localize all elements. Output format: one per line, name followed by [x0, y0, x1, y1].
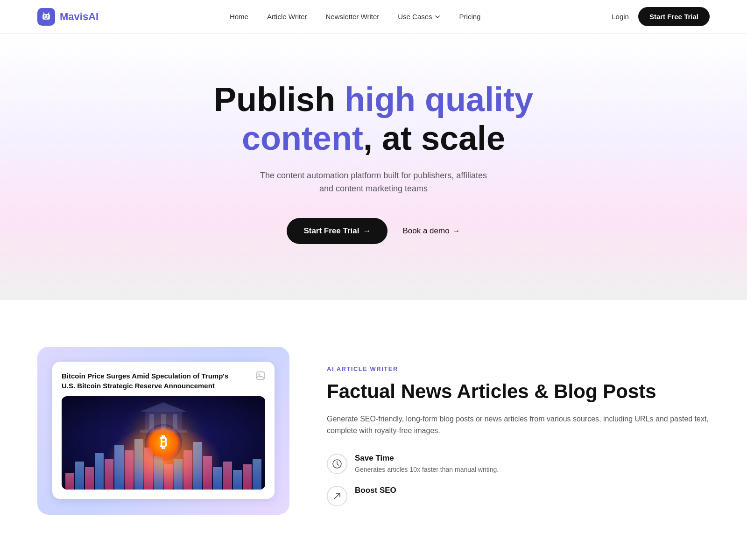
nav-home[interactable]: Home	[230, 13, 248, 21]
hero-subheadline: The content automation platform built fo…	[257, 169, 490, 196]
hero-demo-button[interactable]: Book a demo →	[402, 226, 460, 236]
svg-point-4	[259, 374, 260, 375]
svg-rect-9	[173, 414, 177, 430]
nav-use-cases[interactable]: Use Cases	[398, 13, 440, 21]
article-image: ₿	[62, 396, 265, 490]
nav-article-writer[interactable]: Article Writer	[267, 13, 307, 21]
svg-rect-0	[42, 14, 50, 20]
article-preview-header: Bitcoin Price Surges Amid Speculation of…	[62, 371, 265, 391]
feature-point-content-boost-seo: Boost SEO	[355, 486, 396, 497]
feature-point-title-save-time: Save Time	[355, 454, 499, 463]
arrow-icon: →	[452, 226, 460, 236]
logo-wordmark: MavisAI	[60, 11, 99, 23]
building-icon	[135, 400, 191, 437]
hero-cta-button[interactable]: Start Free Trial →	[287, 218, 388, 244]
hero-headline: Publish high quality content, at scale	[163, 80, 584, 158]
article-preview-title: Bitcoin Price Surges Amid Speculation of…	[62, 371, 235, 391]
features-section: Bitcoin Price Surges Amid Speculation of…	[0, 300, 747, 560]
feature-point-boost-seo: Boost SEO	[327, 486, 710, 506]
feature-label: AI ARTICLE WRITER	[327, 365, 710, 372]
nav-right: Login Start Free Trial	[612, 7, 710, 26]
feature-card-visual: Bitcoin Price Surges Amid Speculation of…	[37, 347, 289, 515]
bitcoin-symbol: ₿	[160, 434, 167, 451]
svg-rect-8	[161, 414, 166, 430]
arrow-icon: →	[363, 226, 371, 236]
feature-point-title-boost-seo: Boost SEO	[355, 486, 396, 495]
hero-buttons: Start Free Trial → Book a demo →	[37, 218, 710, 244]
logo-icon	[37, 8, 55, 26]
feature-point-content-save-time: Save Time Generates articles 10x faster …	[355, 454, 499, 475]
nav-links: Home Article Writer Newsletter Writer Us…	[230, 13, 481, 21]
navbar: MavisAI Home Article Writer Newsletter W…	[0, 0, 747, 34]
nav-cta-button[interactable]: Start Free Trial	[638, 7, 710, 26]
image-placeholder-icon	[256, 371, 265, 383]
feature-title: Factual News Articles & Blog Posts	[327, 380, 710, 403]
svg-marker-5	[140, 402, 187, 412]
logo[interactable]: MavisAI	[37, 8, 99, 26]
article-preview-card: Bitcoin Price Surges Amid Speculation of…	[52, 362, 275, 499]
svg-rect-10	[140, 430, 187, 433]
chevron-down-icon	[434, 14, 441, 20]
svg-rect-7	[149, 414, 154, 430]
clock-icon	[327, 454, 347, 474]
hero-section: Publish high quality content, at scale T…	[0, 34, 747, 300]
nav-newsletter-writer[interactable]: Newsletter Writer	[326, 13, 380, 21]
feature-point-desc-save-time: Generates articles 10x faster than manua…	[355, 465, 499, 475]
feature-point-save-time: Save Time Generates articles 10x faster …	[327, 454, 710, 475]
feature-description: Generate SEO-friendly, long-form blog po…	[327, 413, 710, 437]
svg-point-2	[47, 15, 49, 16]
arrow-up-icon	[327, 486, 347, 506]
feature-info: AI ARTICLE WRITER Factual News Articles …	[327, 347, 710, 518]
nav-pricing[interactable]: Pricing	[459, 13, 481, 21]
svg-rect-3	[257, 372, 264, 379]
svg-point-1	[44, 15, 46, 16]
login-link[interactable]: Login	[612, 13, 629, 21]
